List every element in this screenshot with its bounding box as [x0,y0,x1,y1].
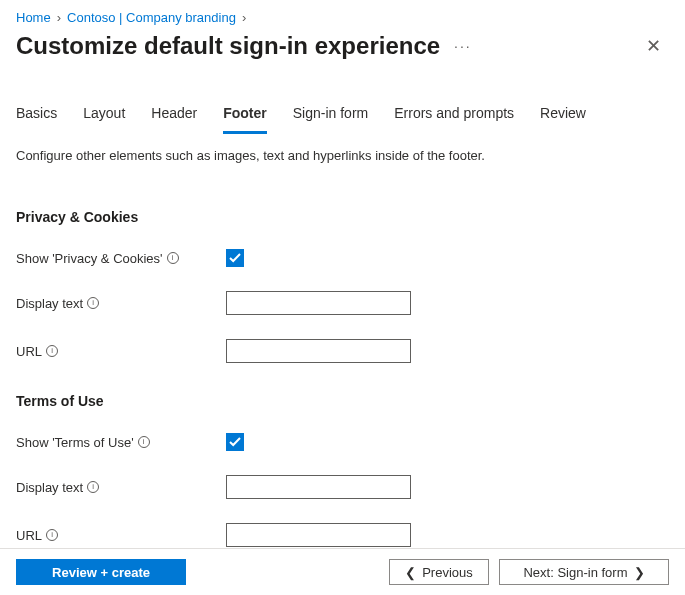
tab-layout[interactable]: Layout [83,99,125,134]
chevron-left-icon: ❮ [405,565,416,580]
tab-errors-prompts[interactable]: Errors and prompts [394,99,514,134]
info-icon[interactable]: i [87,297,99,309]
checkbox-show-privacy[interactable] [226,249,244,267]
breadcrumb: Home › Contoso | Company branding › [0,0,685,25]
more-actions-button[interactable]: ··· [454,38,472,54]
label-show-terms: Show 'Terms of Use' [16,435,134,450]
chevron-right-icon: › [57,10,61,25]
breadcrumb-contoso[interactable]: Contoso | Company branding [67,10,236,25]
tab-header[interactable]: Header [151,99,197,134]
chevron-right-icon: › [242,10,246,25]
label-terms-url: URL [16,528,42,543]
row-terms-display-text: Display text i [0,475,685,499]
breadcrumb-home[interactable]: Home [16,10,51,25]
previous-button[interactable]: ❮ Previous [389,559,489,585]
row-show-privacy: Show 'Privacy & Cookies' i [0,249,685,267]
row-privacy-url: URL i [0,339,685,363]
row-terms-url: URL i [0,523,685,547]
review-create-button[interactable]: Review + create [16,559,186,585]
label-terms-display-text: Display text [16,480,83,495]
checkbox-show-terms[interactable] [226,433,244,451]
section-heading-privacy: Privacy & Cookies [0,209,685,225]
info-icon[interactable]: i [87,481,99,493]
close-button[interactable]: ✕ [638,31,669,61]
tab-signin-form[interactable]: Sign-in form [293,99,368,134]
tab-footer[interactable]: Footer [223,99,267,134]
tab-review[interactable]: Review [540,99,586,134]
input-terms-url[interactable] [226,523,411,547]
input-privacy-url[interactable] [226,339,411,363]
page-header: Customize default sign-in experience ···… [0,25,685,83]
row-show-terms: Show 'Terms of Use' i [0,433,685,451]
chevron-right-icon: ❯ [634,565,645,580]
label-privacy-display-text: Display text [16,296,83,311]
row-privacy-display-text: Display text i [0,291,685,315]
tab-description: Configure other elements such as images,… [0,134,685,163]
input-terms-display-text[interactable] [226,475,411,499]
next-button[interactable]: Next: Sign-in form ❯ [499,559,669,585]
next-button-label: Next: Sign-in form [523,565,627,580]
section-heading-terms: Terms of Use [0,393,685,409]
previous-button-label: Previous [422,565,473,580]
info-icon[interactable]: i [167,252,179,264]
footer-bar: Review + create ❮ Previous Next: Sign-in… [0,548,685,595]
label-show-privacy: Show 'Privacy & Cookies' [16,251,163,266]
page-title: Customize default sign-in experience [16,32,440,60]
info-icon[interactable]: i [46,345,58,357]
label-privacy-url: URL [16,344,42,359]
info-icon[interactable]: i [138,436,150,448]
tab-basics[interactable]: Basics [16,99,57,134]
tabs: Basics Layout Header Footer Sign-in form… [0,99,685,134]
info-icon[interactable]: i [46,529,58,541]
input-privacy-display-text[interactable] [226,291,411,315]
